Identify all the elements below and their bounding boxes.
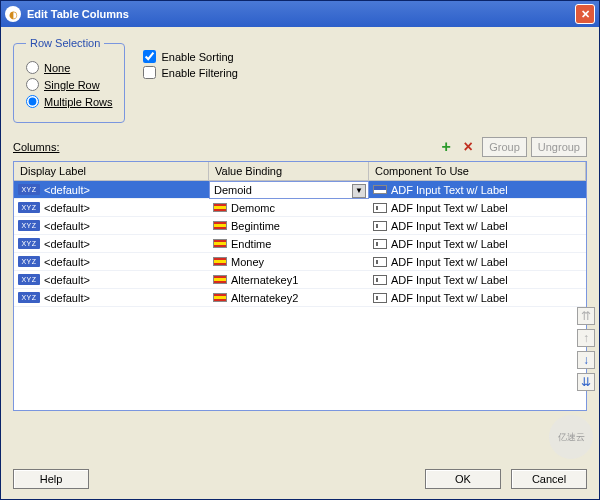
titlebar: ◐ Edit Table Columns ✕	[1, 1, 599, 27]
table-row[interactable]: XYZ<default>DemomcADF Input Text w/ Labe…	[14, 199, 586, 217]
footer: Help OK Cancel	[13, 469, 587, 489]
group-button: Group	[482, 137, 527, 157]
radio-none[interactable]	[26, 61, 39, 74]
xyz-badge-icon: XYZ	[18, 220, 40, 231]
radio-none-label[interactable]: None	[44, 62, 70, 74]
display-label-cell: <default>	[44, 238, 90, 250]
ok-button[interactable]: OK	[425, 469, 501, 489]
table-row[interactable]: XYZ<default>BegintimeADF Input Text w/ L…	[14, 217, 586, 235]
table-row[interactable]: XYZ<default>Demoid▼ADF Input Text w/ Lab…	[14, 181, 586, 199]
checkbox-enable-filtering[interactable]	[143, 66, 156, 79]
value-binding-cell: Alternatekey1	[231, 274, 298, 286]
component-cell: ADF Input Text w/ Label	[391, 274, 508, 286]
table-header: Display Label Value Binding Component To…	[14, 162, 586, 181]
flag-icon	[213, 275, 227, 284]
value-binding-cell: Money	[231, 256, 264, 268]
table-body: XYZ<default>Demoid▼ADF Input Text w/ Lab…	[14, 181, 586, 307]
columns-table: Display Label Value Binding Component To…	[13, 161, 587, 411]
table-row[interactable]: XYZ<default>Alternatekey1ADF Input Text …	[14, 271, 586, 289]
move-bottom-icon[interactable]: ⇊	[577, 373, 595, 391]
component-cell: ADF Input Text w/ Label	[391, 202, 508, 214]
xyz-badge-icon: XYZ	[18, 256, 40, 267]
xyz-badge-icon: XYZ	[18, 184, 40, 195]
display-label-cell: <default>	[44, 274, 90, 286]
flag-icon	[213, 221, 227, 230]
table-row[interactable]: XYZ<default>EndtimeADF Input Text w/ Lab…	[14, 235, 586, 253]
flag-icon	[213, 239, 227, 248]
enable-filtering-label[interactable]: Enable Filtering	[161, 67, 237, 79]
window-title: Edit Table Columns	[27, 8, 575, 20]
checkbox-enable-sorting[interactable]	[143, 50, 156, 63]
flag-icon	[213, 257, 227, 266]
header-display-label[interactable]: Display Label	[14, 162, 209, 180]
component-cell: ADF Input Text w/ Label	[391, 184, 508, 196]
xyz-badge-icon: XYZ	[18, 292, 40, 303]
table-row[interactable]: XYZ<default>Alternatekey2ADF Input Text …	[14, 289, 586, 307]
columns-toolbar: Columns: + × Group Ungroup	[13, 137, 587, 157]
xyz-badge-icon: XYZ	[18, 238, 40, 249]
dropdown-icon[interactable]: ▼	[352, 184, 366, 198]
value-binding-cell: Endtime	[231, 238, 271, 250]
row-selection-group: Row Selection None Single Row Multiple R…	[13, 37, 125, 123]
component-icon	[373, 293, 387, 303]
component-cell: ADF Input Text w/ Label	[391, 238, 508, 250]
watermark: 亿速云	[549, 415, 593, 459]
radio-single[interactable]	[26, 78, 39, 91]
radio-multiple[interactable]	[26, 95, 39, 108]
xyz-badge-icon: XYZ	[18, 274, 40, 285]
add-column-icon[interactable]: +	[436, 138, 456, 156]
header-value-binding[interactable]: Value Binding	[209, 162, 369, 180]
component-icon	[373, 203, 387, 213]
enable-sorting-label[interactable]: Enable Sorting	[161, 51, 233, 63]
component-icon	[373, 221, 387, 231]
app-icon: ◐	[5, 6, 21, 22]
display-label-cell: <default>	[44, 184, 90, 196]
columns-label: Columns:	[13, 141, 434, 153]
component-icon	[373, 239, 387, 249]
flag-icon	[213, 293, 227, 302]
radio-single-label[interactable]: Single Row	[44, 79, 100, 91]
flag-icon	[213, 203, 227, 212]
cancel-button[interactable]: Cancel	[511, 469, 587, 489]
content-area: Row Selection None Single Row Multiple R…	[1, 27, 599, 499]
header-component[interactable]: Component To Use	[369, 162, 586, 180]
reorder-buttons: ⇈ ↑ ↓ ⇊	[577, 307, 595, 391]
display-label-cell: <default>	[44, 202, 90, 214]
value-binding-cell: Demoid	[214, 184, 252, 196]
xyz-badge-icon: XYZ	[18, 202, 40, 213]
move-top-icon: ⇈	[577, 307, 595, 325]
table-row[interactable]: XYZ<default>MoneyADF Input Text w/ Label	[14, 253, 586, 271]
component-icon	[373, 257, 387, 267]
ungroup-button: Ungroup	[531, 137, 587, 157]
move-up-icon: ↑	[577, 329, 595, 347]
help-button[interactable]: Help	[13, 469, 89, 489]
radio-multiple-label[interactable]: Multiple Rows	[44, 96, 112, 108]
display-label-cell: <default>	[44, 292, 90, 304]
component-cell: ADF Input Text w/ Label	[391, 292, 508, 304]
value-binding-cell: Alternatekey2	[231, 292, 298, 304]
move-down-icon[interactable]: ↓	[577, 351, 595, 369]
component-cell: ADF Input Text w/ Label	[391, 256, 508, 268]
component-icon	[373, 185, 387, 194]
remove-column-icon[interactable]: ×	[458, 138, 478, 156]
close-icon[interactable]: ✕	[575, 4, 595, 24]
dialog-window: ◐ Edit Table Columns ✕ Row Selection Non…	[0, 0, 600, 500]
component-cell: ADF Input Text w/ Label	[391, 220, 508, 232]
display-label-cell: <default>	[44, 220, 90, 232]
options-group: Enable Sorting Enable Filtering	[143, 37, 237, 123]
value-binding-cell: Begintime	[231, 220, 280, 232]
row-selection-legend: Row Selection	[26, 37, 104, 49]
component-icon	[373, 275, 387, 285]
value-binding-cell: Demomc	[231, 202, 275, 214]
display-label-cell: <default>	[44, 256, 90, 268]
